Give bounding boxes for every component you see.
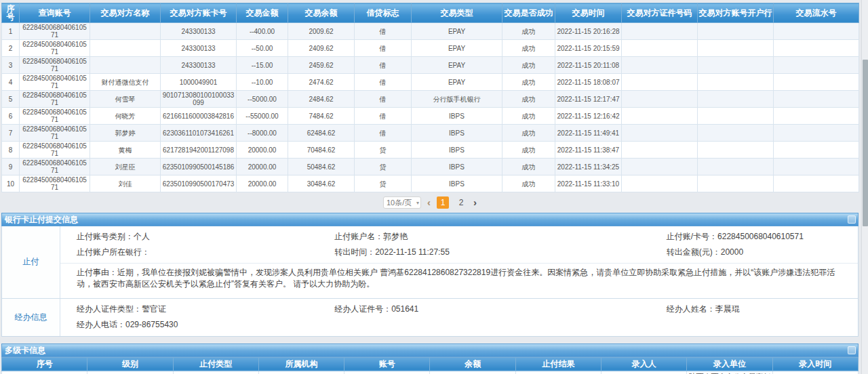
table-cell: 6228450068040610571 [20, 108, 90, 125]
prev-page-button[interactable]: ‹ [427, 197, 431, 208]
field-text: 经办人证件类型：警官证 [77, 304, 334, 314]
table-cell: --10.00 [237, 74, 288, 91]
table-cell: 2022-11-15 18:08:07 [555, 74, 622, 91]
table-cell: 李晨琨 [601, 371, 687, 374]
table-cell [698, 108, 774, 125]
table-cell [622, 175, 698, 192]
column-header: 交易流水号 [774, 3, 859, 23]
table-cell: --8000.00 [237, 125, 288, 142]
field-text: 止付账户所在银行： [77, 247, 334, 257]
column-header: 借贷标志 [355, 3, 412, 23]
field-line: 经办人证件类型：警官证经办人证件号：051641经办人姓名：李晨琨 [60, 302, 858, 317]
stop-payment-info-box: 止付 止付账号类别：个人止付账户名：郭梦艳止付账/卡号：622845006804… [1, 226, 859, 337]
collapse-icon[interactable] [848, 346, 856, 354]
table-cell: 借 [355, 57, 412, 74]
table-row: 1一级第三方止付中国农业银行6228412860827322819成功李晨琨陕西… [2, 371, 859, 374]
table-cell: 成功 [502, 23, 555, 40]
column-header: 序号 [2, 3, 20, 23]
table-cell: 黄梅 [90, 142, 161, 159]
table-cell [622, 159, 698, 175]
transactions-table: 序号查询账号交易对方名称交易对方账卡号交易金额交易余额借贷标志交易类型交易是否成… [1, 3, 859, 192]
column-header: 交易对方账卡号 [161, 3, 237, 23]
table-cell: 20000.00 [237, 175, 288, 192]
table-cell: 2 [2, 40, 20, 57]
table-cell: 7 [2, 125, 20, 142]
field-text: 经办人姓名：李晨琨 [667, 304, 858, 314]
column-header: 录入时间 [772, 357, 858, 371]
table-cell: 借 [355, 125, 412, 142]
table-row: 66228450068040610571何晓芳62166116000038428… [2, 108, 859, 125]
table-cell [774, 91, 859, 108]
table-cell [774, 125, 859, 142]
table-cell: 1 [2, 23, 20, 40]
table-row: 46228450068040610571财付通微信支付1000049901--1… [2, 74, 859, 91]
table-cell: 成功 [502, 74, 555, 91]
table-cell: IBPS [412, 125, 502, 142]
table-cell [90, 57, 161, 74]
column-header: 录入单位 [687, 357, 772, 371]
table-cell [698, 175, 774, 192]
next-page-button[interactable]: › [473, 197, 477, 208]
table-cell [698, 142, 774, 159]
table-row: 26228450068040610571243300133--50.002409… [2, 40, 859, 57]
table-cell [698, 91, 774, 108]
stop-reason-text: 止付事由：近期，我单位在接报刘妮被骗警情中，发现涉案人员利用贵单位相关账户 曹鸿… [60, 263, 858, 295]
table-cell: 2459.62 [288, 57, 355, 74]
table-cell: 第三方止付 [173, 371, 258, 374]
table-cell: 6228450068040610571 [20, 74, 90, 91]
table-cell: 6 [2, 108, 20, 125]
table-cell [774, 159, 859, 175]
page-button-2[interactable]: 2 [455, 196, 467, 209]
table-cell: 财付通微信支付 [90, 74, 161, 91]
column-header: 交易对方账号开户行 [698, 3, 774, 23]
page-size-select[interactable]: 10条/页 ▾ [383, 196, 421, 209]
field-text: 止付账户名：郭梦艳 [334, 232, 667, 242]
column-header: 交易是否成功 [502, 3, 555, 23]
table-cell: 243300133 [161, 40, 237, 57]
stop-payment-section-bar: 银行卡止付提交信息 [1, 213, 859, 226]
table-cell [774, 40, 859, 57]
table-cell: 中国农业银行 [258, 371, 344, 374]
scrollbar-thumb[interactable] [863, 60, 868, 226]
collapse-icon[interactable] [848, 215, 856, 224]
table-row: 86228450068040610571黄梅621728194200112709… [2, 142, 859, 159]
table-cell [430, 371, 515, 374]
table-cell: 2022-11-15 12:16:42 [555, 108, 622, 125]
page-button-1[interactable]: 1 [437, 196, 449, 209]
table-cell: 郭梦婷 [90, 125, 161, 142]
multi-card-table: 序号级别止付类型所属机构账号余额止付结果录入人录入单位录入时间 1一级第三方止付… [1, 357, 859, 374]
vertical-scrollbar[interactable] [861, 0, 868, 374]
field-text: 转出时间：2022-11-15 11:27:55 [334, 247, 667, 257]
table-cell: 6235010990500145186 [161, 159, 237, 175]
table-cell: 2022-11-15 12:17:47 [555, 91, 622, 108]
table-cell [774, 57, 859, 74]
column-header: 交易金额 [237, 3, 288, 23]
table-cell: --5000.00 [237, 91, 288, 108]
table-cell: 何雪琴 [90, 91, 161, 108]
table-cell: 10 [2, 175, 20, 192]
column-header: 录入人 [601, 357, 687, 371]
field-line: 止付账号类别：个人止付账户名：郭梦艳止付账/卡号：622845006804061… [60, 229, 858, 245]
table-cell: 借 [355, 23, 412, 40]
table-cell: 2022-11-16 03:40:51 [772, 371, 858, 374]
table-cell: 3 [2, 57, 20, 74]
table-row: 56228450068040610571何雪琴90107130801001000… [2, 91, 859, 108]
table-cell: --55000.00 [237, 108, 288, 125]
table-cell [622, 125, 698, 142]
table-cell: 陕西省西安市公安局高新分局刑警大队 [687, 371, 772, 374]
table-cell: 6217281942001127098 [161, 142, 237, 159]
table-cell: IBPS [412, 142, 502, 159]
table-cell: 成功 [502, 108, 555, 125]
table-cell: 2022-11-15 11:33:10 [555, 175, 622, 192]
table-cell: 成功 [502, 125, 555, 142]
table-row: 16228450068040610571243300133--400.00200… [2, 23, 859, 40]
table-cell: 2022-11-15 20:15:59 [555, 40, 622, 57]
table-cell [622, 74, 698, 91]
table-cell: 9 [2, 159, 20, 175]
table-cell: 6228450068040610571 [20, 142, 90, 159]
column-header: 交易对方名称 [90, 3, 161, 23]
table-row: 76228450068040610571郭梦婷62303611010734162… [2, 125, 859, 142]
table-cell: EPAY [412, 57, 502, 74]
table-cell [622, 142, 698, 159]
header-row: 序号级别止付类型所属机构账号余额止付结果录入人录入单位录入时间 [2, 357, 859, 371]
